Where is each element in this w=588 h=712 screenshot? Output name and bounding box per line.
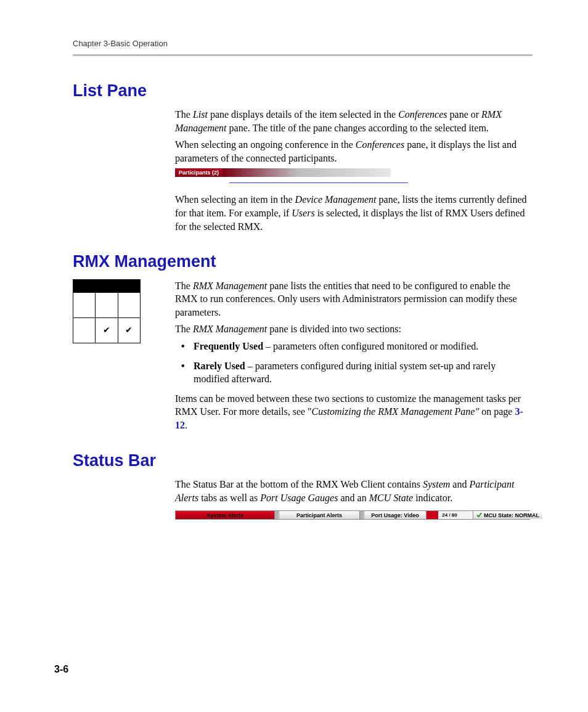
chapter-label: Chapter 3-Basic Operation — [73, 38, 533, 49]
participants-label: Participants (2) — [175, 168, 223, 177]
text-italic: Device Management — [295, 194, 377, 205]
section-status-bar: Status Bar The Status Bar at the bottom … — [73, 449, 533, 520]
side-table-header — [73, 279, 141, 292]
participants-underline — [229, 182, 408, 183]
heading-list-pane: List Pane — [73, 80, 533, 102]
rmx-bullet-list: Frequently Used – parameters often confi… — [175, 340, 533, 386]
text: The Status Bar at the bottom of the RMX … — [175, 479, 423, 489]
port-usage-label: Port Usage: Video — [364, 511, 427, 519]
text: on page — [479, 406, 515, 417]
text: When selecting an item in the — [175, 194, 295, 205]
text: pane or — [447, 109, 482, 120]
list-pane-p2: When selecting an ongoing conference in … — [175, 138, 533, 165]
text-italic: Customizing the RMX Management Pane" — [312, 406, 480, 417]
list-pane-p1: The List pane displays details of the it… — [175, 108, 533, 134]
text-italic: Port Usage Gauges — [260, 493, 338, 503]
text: indicator. — [413, 493, 452, 503]
bullet-desc: – parameters often configured monitored … — [263, 341, 478, 351]
rmx-p1: The RMX Management pane lists the entiti… — [175, 279, 533, 319]
list-pane-p3: When selecting an item in the Device Man… — [175, 193, 533, 233]
text-italic: List — [193, 109, 208, 120]
text: and an — [338, 493, 369, 503]
section-list-pane: List Pane The List pane displays details… — [73, 80, 533, 234]
text-italic: Conferences — [398, 109, 447, 120]
text: When selecting an ongoing conference in … — [175, 139, 356, 150]
text: The — [175, 280, 193, 291]
list-item: Frequently Used – parameters often confi… — [175, 340, 533, 353]
text: The — [175, 109, 193, 120]
text: pane. The title of the pane changes acco… — [227, 123, 489, 133]
text-italic: System — [423, 479, 450, 489]
check-icon: ✔ — [118, 317, 140, 343]
status-bar-graphic: System Alerts Participant Alerts Port Us… — [175, 510, 530, 520]
participants-bar: Participants (2) — [175, 168, 391, 177]
participants-bar-tail — [223, 168, 391, 177]
text-italic: RMX Management — [193, 280, 267, 291]
mcu-state-indicator: MCU State: NORMAL — [473, 511, 542, 519]
section-rmx-management: RMX Management ✔ ✔ The RMX Management pa… — [73, 250, 533, 432]
text-italic: Conferences — [356, 139, 404, 150]
system-alerts-tab[interactable]: System Alerts — [176, 511, 275, 519]
grip-icon — [360, 511, 364, 519]
text: pane displays details of the item select… — [208, 109, 398, 120]
text: . — [185, 420, 187, 430]
header-rule — [73, 54, 533, 56]
side-table-cell — [73, 317, 96, 343]
page-number: 3-6 — [54, 663, 68, 676]
gauge-text: 24 / 80 — [427, 511, 473, 519]
mcu-state-text: MCU State: NORMAL — [484, 512, 539, 519]
bullet-term: Rarely Used — [194, 361, 245, 371]
status-bar-p1: The Status Bar at the bottom of the RMX … — [175, 478, 533, 504]
list-item: Rarely Used – parameters configured duri… — [175, 359, 533, 386]
text-italic: Users — [292, 208, 314, 218]
check-icon: ✔ — [96, 317, 118, 343]
rmx-p2: The RMX Management pane is divided into … — [175, 322, 533, 336]
check-icon — [476, 512, 482, 518]
rmx-side-table: ✔ ✔ — [73, 279, 141, 343]
grip-icon — [275, 511, 279, 519]
heading-rmx-management: RMX Management — [73, 250, 533, 272]
heading-status-bar: Status Bar — [73, 449, 533, 472]
text-italic: MCU State — [369, 493, 414, 503]
text-italic: RMX Management — [193, 324, 267, 334]
text: tabs as well as — [198, 493, 260, 503]
bullet-term: Frequently Used — [194, 341, 263, 351]
port-usage-gauge: 24 / 80 — [427, 511, 473, 519]
text: and — [450, 479, 469, 489]
text: pane is divided into two sections: — [267, 324, 401, 334]
rmx-p3: Items can be moved between these two sec… — [175, 392, 533, 432]
text: The — [175, 324, 193, 334]
participant-alerts-tab[interactable]: Participant Alerts — [279, 511, 360, 519]
